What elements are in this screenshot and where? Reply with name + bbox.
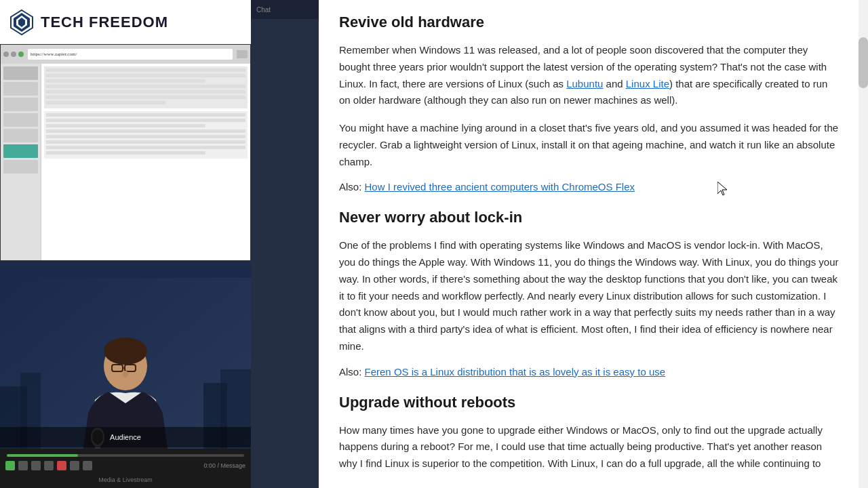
chat-header-text: Chat	[256, 6, 271, 14]
url-text: https://www.zapier.com/	[31, 52, 77, 57]
content-line	[46, 101, 165, 104]
paragraph-2-1: One of the problems I find with operatin…	[339, 237, 841, 354]
tech-freedom-logo-icon	[8, 9, 35, 36]
left-panel: TECH FREEDOM https://www.zapier.com/	[0, 0, 319, 488]
content-line	[46, 113, 245, 117]
content-line	[46, 151, 205, 155]
sidebar-mini-item	[3, 160, 38, 174]
side-chat-panel: Chat	[251, 0, 319, 488]
play-button[interactable]	[5, 461, 15, 470]
lubuntu-link[interactable]: Lubuntu	[566, 78, 603, 89]
volume-button[interactable]	[70, 461, 79, 470]
content-line	[46, 124, 205, 127]
content-line	[46, 96, 245, 99]
scrollbar-track[interactable]	[859, 0, 868, 488]
content-line	[46, 85, 245, 88]
content-line	[46, 79, 205, 83]
browser-content	[1, 64, 250, 260]
sidebar-mini-item	[3, 98, 38, 111]
paragraph-3-1: How many times have you gone to upgrade …	[339, 422, 841, 472]
scrollbar-thumb[interactable]	[859, 37, 868, 88]
svg-point-10	[104, 338, 147, 365]
article-section-2: Never worry about lock-in One of the pro…	[339, 209, 841, 377]
content-preview-block2	[44, 111, 248, 159]
logo-text: TECH FREEDOM	[41, 14, 168, 31]
content-preview-block	[44, 66, 248, 108]
dot-green	[18, 52, 24, 57]
section-heading-1: Revive old hardware	[339, 14, 841, 31]
linux-lite-link[interactable]: Linux Lite	[626, 78, 669, 89]
chromeos-flex-link[interactable]: How I revived three ancient computers wi…	[365, 181, 635, 192]
content-line	[46, 90, 245, 94]
section-heading-3: Upgrade without reboots	[339, 394, 841, 411]
sidebar-mini-item	[3, 113, 38, 127]
also-link-2: Also: Feren OS is a Linux distribution t…	[339, 366, 841, 378]
article-section-1: Revive old hardware Remember when Window…	[339, 14, 841, 192]
progress-track[interactable]	[7, 454, 244, 457]
chat-panel-header: Chat	[251, 0, 319, 19]
browser-dots	[3, 52, 24, 57]
right-panel[interactable]: Revive old hardware Remember when Window…	[319, 0, 868, 488]
browser-url-bar: https://www.zapier.com/	[28, 49, 233, 60]
sidebar-mini-item	[3, 66, 38, 80]
next-button[interactable]	[44, 461, 54, 470]
control-bar: 0:00 / Message Media & Livestream	[0, 449, 251, 488]
record-button[interactable]	[57, 461, 66, 470]
feren-os-link[interactable]: Feren OS is a Linux distribution that is…	[365, 366, 666, 378]
content-line	[46, 74, 245, 77]
content-line	[46, 140, 245, 144]
section-heading-2: Never worry about lock-in	[339, 209, 841, 226]
also-link-1: Also: How I revived three ancient comput…	[339, 181, 841, 192]
browser-close[interactable]	[237, 50, 248, 58]
audience-label: Audience	[110, 433, 141, 441]
presenter-name-label: Media & Livestream	[98, 476, 153, 483]
stop-button[interactable]	[18, 461, 28, 470]
content-line	[46, 119, 245, 122]
content-line	[46, 68, 245, 72]
settings-button[interactable]	[83, 461, 92, 470]
browser-main-content	[41, 64, 250, 260]
sidebar-mini-item-active	[3, 144, 38, 158]
dot-red	[3, 52, 9, 57]
presenter-name-bar: Media & Livestream	[0, 472, 251, 485]
dot-yellow	[11, 52, 16, 57]
browser-sidebar	[1, 64, 41, 260]
browser-bar: https://www.zapier.com/	[1, 45, 250, 64]
prev-button[interactable]	[31, 461, 41, 470]
screen-capture: https://www.zapier.com/	[0, 44, 251, 261]
content-line	[46, 129, 245, 133]
paragraph-1-2: You might have a machine lying around in…	[339, 120, 841, 170]
article-section-3: Upgrade without reboots How many times h…	[339, 394, 841, 472]
sidebar-mini-item	[3, 82, 38, 96]
sidebar-mini-item	[3, 129, 38, 142]
content-line	[46, 135, 245, 138]
svg-point-14	[123, 371, 128, 378]
logo-area: TECH FREEDOM	[0, 0, 251, 44]
progress-fill	[7, 454, 78, 457]
audience-bar: Audience	[0, 427, 251, 447]
content-line	[46, 146, 245, 149]
paragraph-1-1: Remember when Windows 11 was released, a…	[339, 42, 841, 109]
time-display: 0:00 / Message	[203, 462, 245, 469]
